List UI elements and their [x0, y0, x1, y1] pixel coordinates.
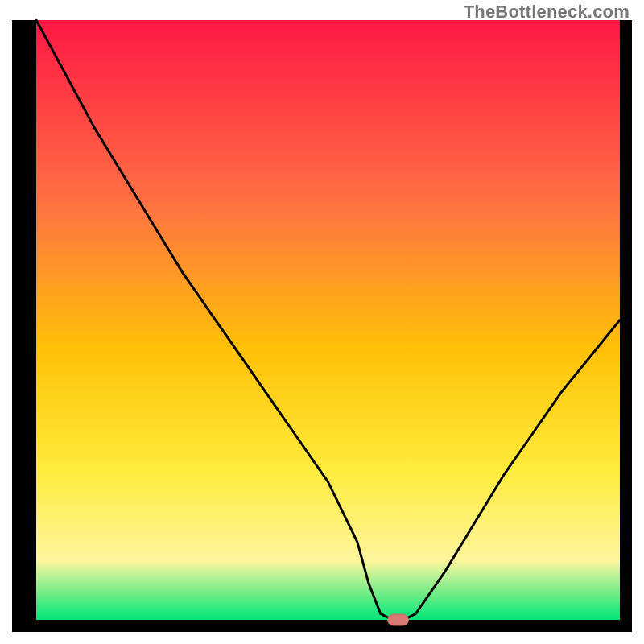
bottleneck-chart — [0, 0, 644, 644]
plot-area — [36, 20, 620, 620]
chart-container: TheBottleneck.com — [0, 0, 644, 644]
optimal-marker — [388, 614, 409, 625]
watermark-text: TheBottleneck.com — [464, 2, 630, 23]
